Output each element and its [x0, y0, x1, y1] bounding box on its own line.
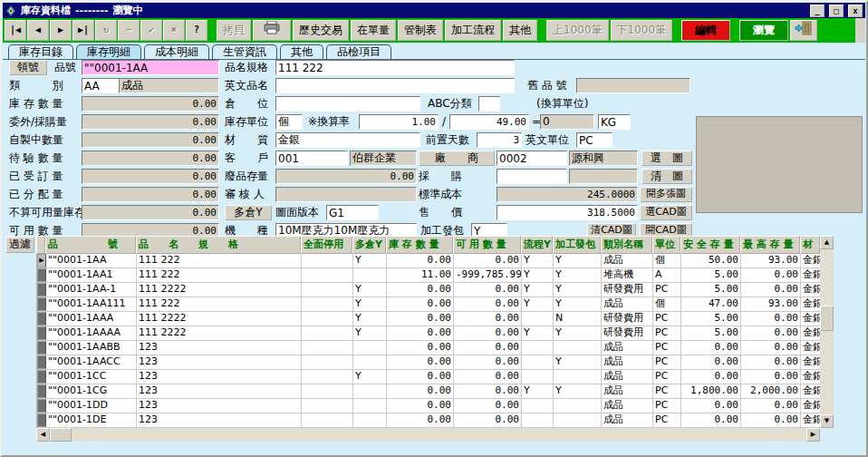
column-header-flow[interactable]: 流程Y — [521, 236, 553, 254]
table-row[interactable]: ""0001-1DE1230.000.00成品PC0.000.00金銀 — [37, 413, 820, 428]
row-selector[interactable] — [37, 370, 46, 384]
tab-0[interactable]: 庫存目錄 — [8, 44, 73, 59]
toolbar-action-3[interactable]: 加工流程 — [445, 20, 501, 41]
row-selector[interactable] — [37, 283, 46, 297]
column-header-safe[interactable]: 安 全 存 量 — [680, 236, 740, 254]
scroll-up-icon[interactable]: ▲ — [820, 236, 834, 249]
tab-4[interactable]: 其他 — [280, 44, 323, 59]
nav-last-button[interactable]: ▶| — [72, 20, 94, 41]
print-button[interactable] — [253, 20, 291, 41]
table-row[interactable]: ""0001-1CG1230.000.00YY成品PC1,800.002,000… — [37, 384, 820, 399]
abc-class-field[interactable] — [478, 96, 500, 112]
scroll-right-icon[interactable]: ▶ — [806, 428, 820, 442]
pick-cad-button[interactable]: 選CAD圖 — [640, 205, 692, 220]
material-field[interactable] — [275, 132, 420, 148]
column-header-no[interactable]: 品 號 — [45, 236, 136, 254]
column-header-max[interactable]: 最 高 存 量 — [740, 236, 800, 254]
row-selector[interactable] — [37, 341, 46, 355]
bin-field[interactable] — [275, 96, 420, 112]
cell-avail: 0.00 — [454, 312, 522, 326]
cell-max: 0.00 — [741, 399, 801, 413]
table-row[interactable]: ""0001-1AA-1111 2222Y0.000.00YY研發費用PC5.0… — [37, 283, 820, 297]
next-1000-button: 下1000筆 — [611, 20, 673, 41]
eng-unit-field[interactable] — [576, 132, 612, 148]
tab-2[interactable]: 成本明細 — [144, 44, 209, 59]
close-button[interactable]: x — [848, 5, 863, 17]
vertical-scrollbar[interactable] — [820, 236, 834, 428]
horizontal-scrollbar[interactable] — [36, 428, 820, 442]
toolbar-action-4[interactable]: 其他 — [503, 20, 537, 41]
purchase-code-field[interactable] — [497, 169, 567, 184]
table-row[interactable]: ""0001-1AA1111 22211.00-999,785.99YY堆高機A… — [37, 268, 820, 283]
row-selector[interactable] — [37, 355, 46, 369]
vertical-scroll-thumb[interactable] — [820, 306, 834, 331]
column-header-multi[interactable]: 多倉Y — [352, 236, 386, 254]
lead-days-field[interactable] — [477, 132, 522, 148]
browse-button[interactable]: 瀏覽 — [739, 20, 788, 41]
nav-first-button[interactable]: |◀ — [5, 20, 26, 41]
customer-code-field[interactable] — [275, 151, 348, 166]
column-header-stop[interactable]: 全面停用 — [301, 236, 352, 254]
toolbar-action-1[interactable]: 在單量 — [351, 20, 396, 41]
eng-name-field[interactable] — [275, 78, 515, 93]
pick-image-button[interactable]: 選 圖 — [641, 151, 692, 166]
column-header-mat[interactable]: 材 — [800, 236, 820, 254]
tab-3[interactable]: 生管資訊 — [212, 44, 277, 59]
spec-field[interactable] — [275, 60, 515, 75]
table-row[interactable]: ""0001-1AABB1230.000.00成品PC0.000.00金銀 — [37, 341, 820, 355]
stock-unit-field[interactable] — [275, 114, 303, 130]
conv-rate-a-field[interactable] — [359, 114, 439, 130]
column-header-cat[interactable]: 類別名稱 — [601, 236, 652, 254]
price-field[interactable] — [497, 205, 638, 220]
conv-unit-field[interactable] — [598, 114, 631, 130]
table-row[interactable]: ""0001-1AA111111 222Y0.000.00YY成品個47.009… — [37, 297, 820, 312]
column-header-sub[interactable]: 加工發包 — [553, 236, 601, 254]
row-selector[interactable] — [37, 312, 46, 326]
edit-button[interactable]: 編輯 — [681, 20, 730, 41]
tab-5[interactable]: 品檢項目 — [326, 44, 391, 59]
tab-1[interactable]: 庫存明細 — [76, 44, 141, 59]
filter-button[interactable]: 過濾 — [5, 237, 34, 253]
row-selector[interactable] — [37, 326, 46, 340]
nav-next-button[interactable]: ▶ — [50, 20, 72, 41]
multi-warehouse-button[interactable]: 多倉Y — [225, 205, 272, 220]
maximize-button[interactable]: □ — [829, 5, 844, 17]
drawing-version-field[interactable] — [326, 205, 379, 220]
table-row[interactable]: ""0001-1CC123Y0.000.00成品PC0.000.00金銀 — [37, 370, 820, 384]
toolbar-action-0[interactable]: 歷史交易 — [293, 20, 349, 41]
vendor-code-field[interactable] — [497, 151, 567, 166]
open-multi-image-button[interactable]: 開多張圖 — [640, 187, 692, 202]
product-no-field[interactable] — [82, 60, 219, 75]
assign-number-button[interactable]: 領號 — [9, 60, 47, 75]
table-row[interactable]: ""0001-1AAA111 2222Y0.000.00N研發費用PC5.000… — [37, 312, 820, 326]
nav-prev-button[interactable]: ◀ — [27, 20, 49, 41]
current-row-pointer[interactable]: ▶ — [37, 254, 46, 267]
row-selector[interactable] — [37, 413, 46, 427]
horizontal-scroll-thumb[interactable] — [50, 428, 72, 442]
vendor-button[interactable]: 廠 商 — [419, 151, 495, 166]
toolbar-action-2[interactable]: 管制表 — [398, 20, 443, 41]
table-row[interactable]: ""0001-1DD1230.000.00成品PC0.000.00金銀 — [37, 399, 820, 413]
row-selector[interactable] — [37, 268, 46, 282]
column-header-avail[interactable]: 可 用 數 量 — [453, 236, 521, 254]
exit-button[interactable] — [790, 20, 817, 41]
row-selector[interactable] — [37, 297, 46, 311]
conv-rate-b-field[interactable] — [449, 114, 529, 130]
scroll-down-icon[interactable]: ▼ — [820, 414, 834, 428]
minimize-button[interactable]: _ — [810, 5, 825, 17]
scroll-left-icon[interactable]: ◀ — [36, 428, 50, 442]
table-row[interactable]: ▶""0001-1AA111 222Y0.000.00YY成品個50.0093.… — [37, 254, 820, 268]
table-row[interactable]: ""0001-1AACC1230.000.00Y成品PC0.000.00金銀 — [37, 355, 820, 370]
clear-image-button[interactable]: 清 圖 — [641, 169, 692, 184]
column-header-qty[interactable]: 庫 存 數 量 — [386, 236, 453, 254]
cell-stop — [302, 399, 353, 413]
qty-row-label-3: 待 驗 數 量 — [9, 151, 63, 166]
nav-help-button[interactable]: ? — [186, 20, 207, 41]
table-row[interactable]: ""0001-1AAAA111 2222Y0.000.00YY研發費用PC5.0… — [37, 326, 820, 341]
row-selector[interactable] — [37, 399, 46, 413]
row-selector[interactable] — [37, 384, 46, 398]
cell-unit: PC — [653, 341, 681, 355]
column-header-unit[interactable]: 單位 — [652, 236, 680, 254]
column-header-name[interactable]: 品 名 規 格 — [136, 236, 301, 254]
category-code-field[interactable] — [82, 78, 120, 93]
